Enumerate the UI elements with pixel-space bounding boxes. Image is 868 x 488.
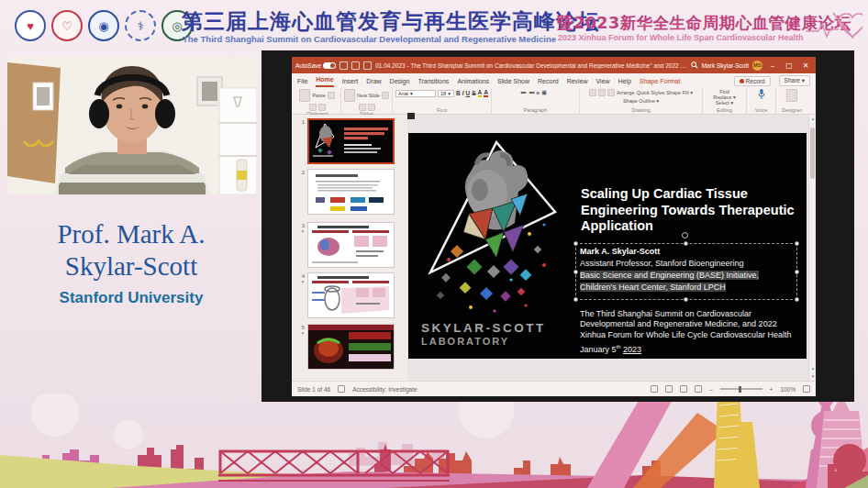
tab-design[interactable]: Design [390,78,410,87]
powerpoint-window: AutoSave 01.04.2023 - The Third Shanghai… [292,57,816,396]
resize-handle[interactable] [573,297,578,302]
shape-outline-label[interactable]: Shape Outline ▾ [623,98,659,104]
reset-icon[interactable] [359,104,366,111]
normal-view-icon[interactable] [651,385,658,393]
bold-button[interactable]: B [456,90,461,96]
slide-2-thumbnail[interactable] [307,169,395,215]
slide-3-thumbnail[interactable] [307,222,395,268]
resize-handle[interactable] [573,270,578,274]
tab-view[interactable]: View [596,78,610,87]
bullets-button[interactable]: ≔ [520,89,527,96]
paste-icon[interactable] [299,89,310,102]
search-icon[interactable] [691,61,698,69]
select-label[interactable]: Select ▾ [716,100,734,105]
new-slide-icon[interactable] [344,89,355,102]
resize-handle[interactable] [684,241,688,246]
arrange-label[interactable]: Arrange [617,90,635,95]
slide-sorter-icon[interactable] [665,385,673,393]
resize-handle[interactable] [795,270,799,274]
numbering-button[interactable]: ≕ [529,89,535,96]
author-textbox[interactable]: Mark A. Skylar-Scott Assistant Professor… [575,243,797,300]
slideshow-icon[interactable] [695,385,702,393]
notes-icon[interactable] [338,385,345,393]
zoom-out-icon[interactable]: – [709,386,713,393]
thumbnail-row-4: 4 ✦ [295,272,406,318]
shapes-gallery-icon[interactable] [607,89,615,96]
slide-affil-line1: Basic Science and Engineering (BASE) Ini… [580,271,759,280]
paste-label[interactable]: Paste [312,93,325,98]
slide-date[interactable]: January 5th 2023 [580,344,641,354]
shapes-gallery-icon[interactable] [589,89,596,96]
shape-fill-label[interactable]: Shape Fill ▾ [666,90,693,95]
slide-title-text[interactable]: Scaling Up Cardiac Tissue Engineering To… [581,186,803,235]
tab-file[interactable]: File [297,78,307,87]
save-icon[interactable] [339,61,348,70]
record-button[interactable]: Record [734,76,771,86]
zoom-level[interactable]: 100% [780,386,796,393]
zoom-in-icon[interactable]: + [770,386,773,393]
next-slide-icon[interactable]: ▾ [809,372,817,381]
shapes-gallery-icon[interactable] [598,89,606,96]
slide-conference-text[interactable]: The Third Shanghai Summit on Cardiovascu… [580,309,805,340]
cut-icon[interactable] [328,92,335,99]
tab-insert[interactable]: Insert [342,78,359,87]
splitter-handle[interactable] [407,113,415,119]
thumbnail-row-1: 1 [295,118,406,164]
font-name-select[interactable]: Arial▾ [395,90,436,97]
align-left-button[interactable]: ≡ [536,90,540,96]
section-icon[interactable] [368,104,375,111]
ppt-titlebar: AutoSave 01.04.2023 - The Third Shanghai… [292,57,816,73]
previous-slide-icon[interactable]: ▴ [809,364,817,372]
scroll-up-icon[interactable]: ▴ [809,115,817,123]
account-name[interactable]: Mark Skylar-Scott [702,62,749,69]
tab-draw[interactable]: Draw [366,78,381,87]
slide-canvas[interactable]: Scaling Up Cardiac Tissue Engineering To… [408,133,807,359]
new-slide-label[interactable]: New Slide [357,93,380,98]
autosave-toggle[interactable]: AutoSave [295,62,336,69]
tab-record[interactable]: Record [538,78,559,87]
tab-slide-show[interactable]: Slide Show [497,78,529,87]
designer-icon[interactable] [786,89,797,102]
underline-button[interactable]: U [466,90,471,96]
font-color-button[interactable]: A [484,89,488,97]
maximize-button[interactable]: ▢ [783,61,796,70]
fit-to-window-icon[interactable] [803,385,810,393]
slide-4-thumbnail[interactable] [307,272,395,318]
share-button[interactable]: Share ▾ [779,75,810,86]
highlight-color-button[interactable]: A [478,89,483,97]
tab-animations[interactable]: Animations [457,78,489,87]
dictate-mic-icon[interactable] [758,89,765,100]
tab-shape-format[interactable]: Shape Format [640,78,680,87]
resize-handle[interactable] [795,241,799,246]
slide-5-thumbnail[interactable] [307,324,395,370]
italic-button[interactable]: I [462,90,464,96]
scrollbar-thumb[interactable] [810,128,815,179]
avatar[interactable]: MS [752,61,762,71]
minimize-button[interactable]: – [766,61,779,70]
redo-icon[interactable] [363,61,372,70]
reading-view-icon[interactable] [680,385,687,393]
speaker-name-line2: Skylar-Scott [0,250,262,283]
tab-home[interactable]: Home [316,76,333,87]
resize-handle[interactable] [573,241,578,246]
center-button[interactable]: ≣ [541,89,546,96]
tab-transitions[interactable]: Transitions [417,78,449,87]
copy-icon[interactable] [309,104,317,111]
font-size-select[interactable]: 18▾ [438,90,454,97]
tab-review[interactable]: Review [567,78,588,87]
accessibility-status[interactable]: Accessibility: Investigate [352,386,417,393]
format-painter-icon[interactable] [318,104,326,111]
editor-scrollbar[interactable]: ▴ ▴ ▾ [808,115,816,381]
slide-editor: Scaling Up Cardiac Tissue Engineering To… [407,115,808,381]
resize-handle[interactable] [795,297,799,302]
undo-icon[interactable] [351,61,360,70]
quick-styles-label[interactable]: Quick Styles [637,90,665,95]
layout-icon[interactable] [382,92,389,99]
slide-1-thumbnail[interactable] [307,118,395,164]
strikethrough-button[interactable]: S [472,90,475,96]
resize-handle[interactable] [684,297,688,302]
zoom-slider[interactable] [720,388,762,390]
rotate-handle[interactable] [682,232,688,238]
tab-help[interactable]: Help [618,78,631,87]
close-button[interactable]: ✕ [799,61,812,70]
